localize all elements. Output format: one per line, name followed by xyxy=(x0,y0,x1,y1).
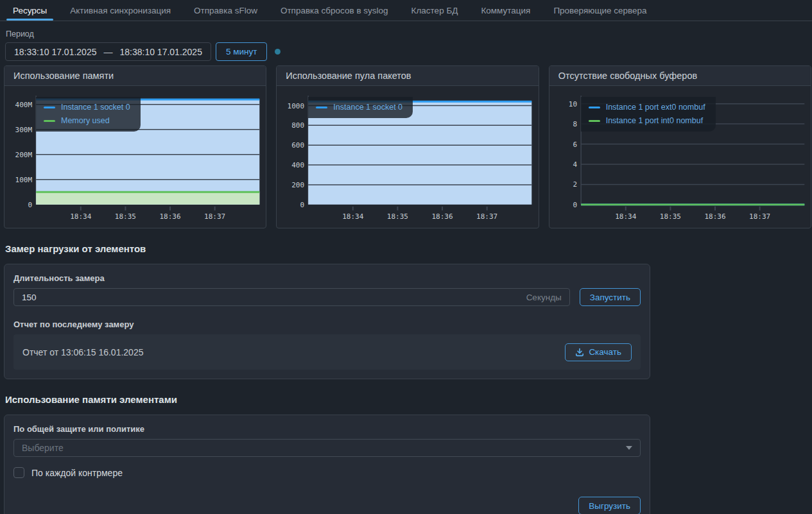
tab-resources[interactable]: Ресурсы xyxy=(1,0,58,21)
chevron-down-icon xyxy=(626,446,632,450)
report-label: Отчет по последнему замеру xyxy=(13,320,641,329)
no-free-buffers-chart-card: Отсутствие свободных буферов 024681018:3… xyxy=(549,65,811,228)
memory-usage-chart-card: Использование памяти 0100M200M300M400M18… xyxy=(4,65,266,228)
countermeasure-checkbox[interactable] xyxy=(13,467,24,478)
svg-text:2: 2 xyxy=(573,180,577,189)
chart-title: Использование пула пакетов xyxy=(286,71,411,81)
period-start: 18:33:10 17.01.2025 xyxy=(14,47,96,57)
chart-legend: Instance 1 socket 0 xyxy=(308,97,413,118)
countermeasure-row: По каждой контрмере xyxy=(13,467,641,478)
report-text: Отчет от 13:06:15 16.01.2025 xyxy=(22,347,143,357)
packet-pool-chart-card: Использование пула пакетов 0200400600800… xyxy=(276,65,539,228)
svg-text:18:34: 18:34 xyxy=(343,212,365,221)
download-button[interactable]: Скачать xyxy=(565,343,632,361)
policy-select-label: По общей защите или политике xyxy=(13,424,641,434)
period-label: Период xyxy=(6,30,812,39)
tab-active-sync[interactable]: Активная синхронизация xyxy=(58,0,182,21)
charts-row: Использование памяти 0100M200M300M400M18… xyxy=(4,65,811,228)
last-report-panel: Отчет от 13:06:15 16.01.2025 Скачать xyxy=(13,334,641,370)
date-range-picker[interactable]: 18:33:10 17.01.2025 — 18:38:10 17.01.202… xyxy=(5,42,211,61)
resources-page: Ресурсы Активная синхронизация Отправка … xyxy=(0,0,812,514)
svg-text:18:35: 18:35 xyxy=(387,212,408,221)
svg-text:18:37: 18:37 xyxy=(749,212,770,221)
svg-text:18:37: 18:37 xyxy=(476,212,497,221)
period-row: 18:33:10 17.01.2025 — 18:38:10 17.01.202… xyxy=(5,42,812,61)
chart-legend: Instance 1 socket 0Memory used xyxy=(36,97,141,132)
svg-text:10: 10 xyxy=(569,100,577,108)
svg-text:18:35: 18:35 xyxy=(115,212,136,221)
svg-text:0: 0 xyxy=(300,201,305,209)
policy-select[interactable]: Выберите xyxy=(13,439,641,457)
tab-bar: Ресурсы Активная синхронизация Отправка … xyxy=(0,0,812,21)
svg-text:18:37: 18:37 xyxy=(204,212,225,221)
svg-text:18:36: 18:36 xyxy=(704,212,725,221)
memory-usage-card: По общей защите или политике Выберите По… xyxy=(4,415,650,514)
svg-text:100M: 100M xyxy=(15,176,33,184)
period-separator: — xyxy=(103,47,112,57)
svg-text:1000: 1000 xyxy=(288,102,305,110)
load-measurement-card: Длительность замера Секунды Запустить От… xyxy=(4,264,650,379)
status-dot xyxy=(275,49,281,55)
svg-text:600: 600 xyxy=(292,141,305,150)
duration-label: Длительность замера xyxy=(13,273,641,283)
svg-text:200M: 200M xyxy=(15,151,33,159)
svg-text:0: 0 xyxy=(573,201,577,209)
tab-syslog-drops[interactable]: Отправка сбросов в syslog xyxy=(269,0,400,21)
tab-switching[interactable]: Коммутация xyxy=(469,0,542,21)
svg-text:200: 200 xyxy=(292,181,305,189)
chart-title: Использование памяти xyxy=(13,71,114,81)
tab-checking-servers[interactable]: Проверяющие сервера xyxy=(542,0,658,21)
svg-text:18:34: 18:34 xyxy=(70,212,92,221)
chart-title: Отсутствие свободных буферов xyxy=(558,71,698,81)
run-button[interactable]: Запустить xyxy=(580,288,641,306)
svg-text:18:34: 18:34 xyxy=(615,212,637,221)
svg-text:6: 6 xyxy=(573,141,577,149)
svg-text:400M: 400M xyxy=(15,101,33,109)
svg-text:800: 800 xyxy=(292,121,305,130)
preset-5min-button[interactable]: 5 минут xyxy=(216,42,267,61)
duration-field-wrap: Секунды xyxy=(13,288,570,306)
svg-text:0: 0 xyxy=(28,201,32,209)
svg-text:400: 400 xyxy=(292,161,305,169)
duration-unit: Секунды xyxy=(526,293,562,302)
load-section-heading: Замер нагрузки от элементов xyxy=(5,243,812,254)
svg-text:18:36: 18:36 xyxy=(432,212,453,221)
duration-input[interactable] xyxy=(22,293,520,302)
select-placeholder: Выберите xyxy=(22,443,64,453)
svg-text:8: 8 xyxy=(573,120,577,128)
memory-section-heading: Использование памяти элементами xyxy=(5,394,812,405)
chart-legend: Instance 1 port ext0 nombufInstance 1 po… xyxy=(581,97,716,132)
period-end: 18:38:10 17.01.2025 xyxy=(119,47,202,57)
svg-text:18:36: 18:36 xyxy=(159,212,180,221)
export-button[interactable]: Выгрузить xyxy=(578,497,641,514)
countermeasure-label: По каждой контрмере xyxy=(31,468,123,478)
svg-text:300M: 300M xyxy=(15,126,33,134)
tab-db-cluster[interactable]: Кластер БД xyxy=(400,0,470,21)
tab-sflow[interactable]: Отправка sFlow xyxy=(182,0,269,21)
svg-text:4: 4 xyxy=(573,160,577,169)
download-icon xyxy=(575,348,584,357)
svg-text:18:35: 18:35 xyxy=(659,212,680,221)
